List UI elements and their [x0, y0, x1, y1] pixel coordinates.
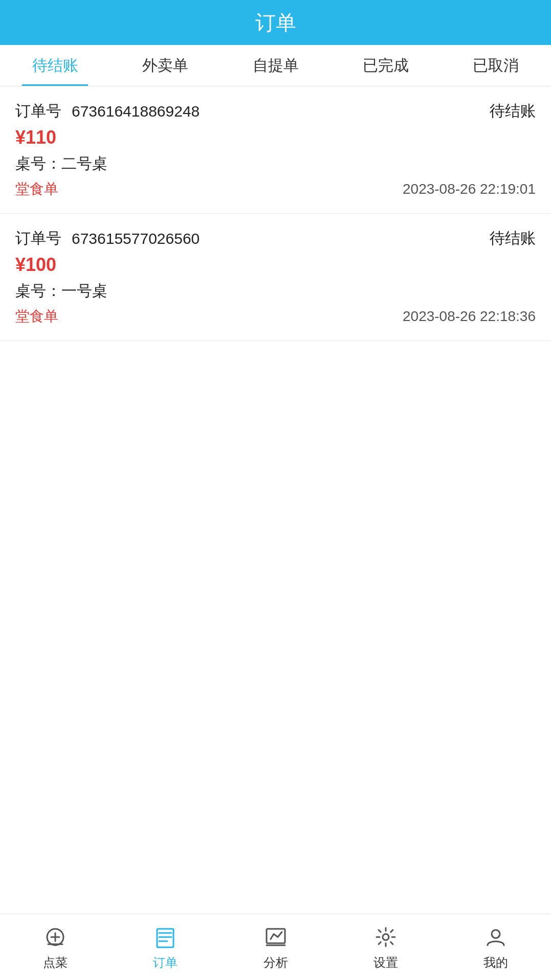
nav-settings[interactable]: 设置	[330, 914, 440, 980]
nav-label-orders: 订单	[153, 954, 178, 971]
svg-point-10	[383, 934, 389, 940]
tab-takeout[interactable]: 外卖单	[110, 45, 220, 86]
order-number-1: 673616418869248	[72, 103, 200, 120]
order-time-1: 2023-08-26 22:19:01	[403, 181, 536, 197]
nav-order-menu[interactable]: 点菜	[0, 914, 110, 980]
order-status-2: 待结账	[490, 228, 536, 249]
order-list: 订单号 673616418869248 待结账 ¥110 桌号：二号桌 堂食单 …	[0, 86, 551, 914]
order-type-1: 堂食单	[15, 179, 58, 199]
profile-icon	[482, 924, 509, 950]
order-number-2: 673615577026560	[72, 230, 200, 247]
order-table-1: 桌号：二号桌	[15, 153, 536, 174]
svg-line-15	[379, 930, 381, 932]
analysis-icon	[262, 924, 289, 950]
nav-label-analysis: 分析	[263, 954, 288, 971]
nav-label-settings: 设置	[373, 954, 398, 971]
header: 订单	[0, 0, 551, 45]
tab-done[interactable]: 已完成	[330, 45, 440, 86]
orders-icon	[152, 924, 179, 950]
order-item-2[interactable]: 订单号 673615577026560 待结账 ¥100 桌号：一号桌 堂食单 …	[0, 214, 551, 341]
nav-orders[interactable]: 订单	[110, 914, 220, 980]
order-item-1[interactable]: 订单号 673616418869248 待结账 ¥110 桌号：二号桌 堂食单 …	[0, 86, 551, 214]
order-status-1: 待结账	[490, 101, 536, 122]
order-price-2: ¥100	[15, 254, 536, 276]
settings-icon	[372, 924, 399, 950]
svg-point-19	[492, 930, 500, 938]
svg-line-18	[379, 942, 381, 944]
tab-bar: 待结账 外卖单 自提单 已完成 已取消	[0, 45, 551, 86]
tab-pickup[interactable]: 自提单	[221, 45, 330, 86]
menu-icon	[42, 924, 69, 950]
nav-label-profile: 我的	[483, 954, 508, 971]
order-label-1: 订单号	[15, 101, 61, 122]
nav-profile[interactable]: 我的	[441, 914, 551, 980]
tab-pending[interactable]: 待结账	[0, 45, 110, 86]
tab-cancelled[interactable]: 已取消	[441, 45, 551, 86]
order-time-2: 2023-08-26 22:18:36	[403, 308, 536, 325]
nav-label-menu: 点菜	[43, 954, 68, 971]
order-type-2: 堂食单	[15, 307, 58, 326]
svg-rect-7	[157, 929, 173, 947]
header-title: 订单	[255, 9, 296, 37]
order-label-2: 订单号	[15, 228, 61, 249]
svg-line-16	[391, 942, 393, 944]
bottom-nav: 点菜 订单 分析	[0, 914, 551, 980]
svg-line-17	[391, 930, 393, 932]
order-table-2: 桌号：一号桌	[15, 281, 536, 302]
order-price-1: ¥110	[15, 127, 536, 148]
nav-analysis[interactable]: 分析	[221, 914, 330, 980]
